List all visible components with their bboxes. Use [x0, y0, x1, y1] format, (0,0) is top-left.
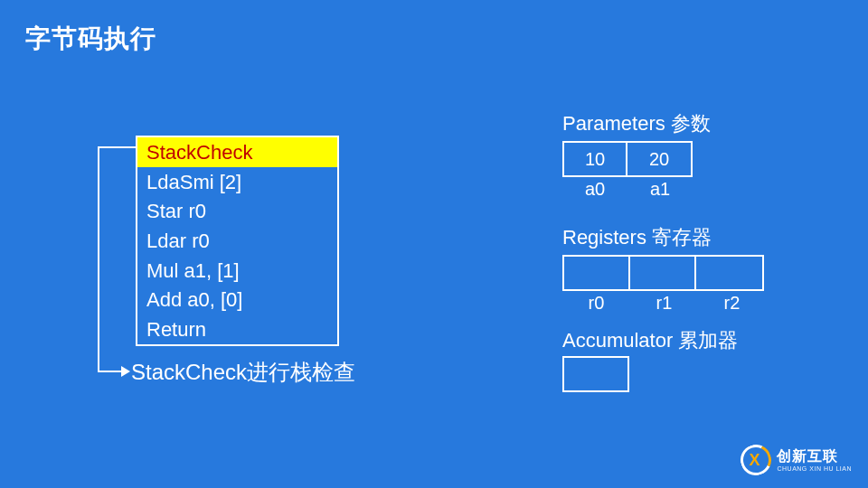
accumulator-label: Accumulator 累加器 — [562, 327, 738, 354]
bytecode-line: LdaSmi [2] — [137, 167, 337, 197]
accumulator-cell — [564, 358, 627, 390]
arrow-right-icon — [121, 366, 130, 377]
param-cell: 10 — [564, 143, 627, 175]
brand-name: 创新互联 — [777, 449, 852, 464]
bytecode-line: Ldar r0 — [137, 226, 337, 256]
register-cell — [630, 257, 696, 289]
bytecode-line-current: StackCheck — [137, 137, 337, 167]
registers-names: r0 r1 r2 — [562, 293, 766, 314]
brand-logo: X 创新互联 CHUANG XIN HU LIAN — [741, 445, 852, 475]
parameters-label: Parameters 参数 — [562, 110, 711, 137]
parameters-cells: 10 20 — [562, 141, 693, 177]
param-cell: 20 — [627, 143, 691, 175]
param-name: a1 — [627, 179, 693, 200]
accumulator-cells — [562, 356, 629, 392]
bytecode-line: Mul a1, [1] — [137, 256, 337, 286]
pointer-connector — [98, 146, 136, 374]
bytecode-line: Add a0, [0] — [137, 285, 337, 314]
bytecode-line: Star r0 — [137, 196, 337, 226]
registers-cells — [562, 255, 764, 291]
bytecode-line: Return — [137, 314, 337, 344]
brand-subtitle: CHUANG XIN HU LIAN — [777, 465, 852, 472]
register-name: r1 — [630, 293, 698, 314]
register-cell — [696, 257, 762, 289]
register-cell — [564, 257, 630, 289]
registers-label: Registers 寄存器 — [562, 224, 712, 251]
register-name: r0 — [562, 293, 630, 314]
parameters-names: a0 a1 — [562, 179, 693, 200]
slide-title: 字节码执行 — [25, 22, 156, 56]
step-annotation: StackCheck进行栈检查 — [131, 358, 355, 387]
register-name: r2 — [698, 293, 766, 314]
brand-logo-icon: X — [741, 445, 771, 475]
param-name: a0 — [562, 179, 627, 200]
bytecode-listing: StackCheck LdaSmi [2] Star r0 Ldar r0 Mu… — [136, 136, 339, 346]
